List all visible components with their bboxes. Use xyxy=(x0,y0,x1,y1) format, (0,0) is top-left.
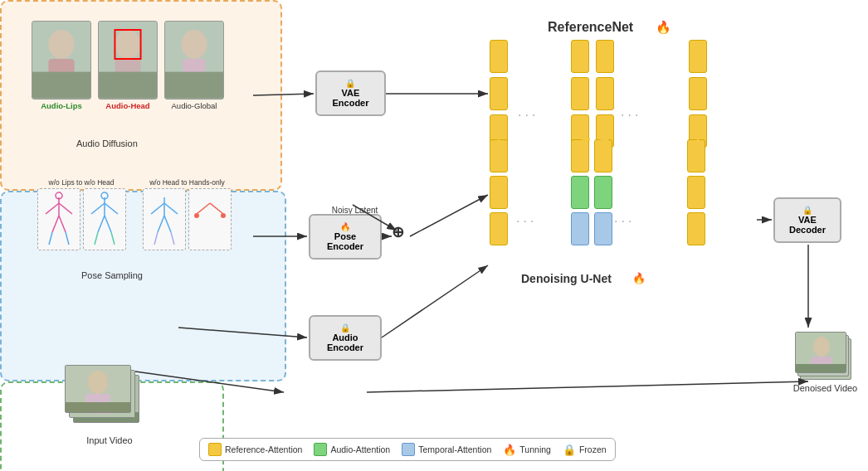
svg-point-69 xyxy=(813,337,830,357)
svg-point-38 xyxy=(194,213,199,218)
legend-yellow-box xyxy=(208,443,222,456)
svg-point-39 xyxy=(221,213,226,218)
denoise-dots-1: ··· xyxy=(516,214,537,229)
legend-audio-label: Audio-Attention xyxy=(330,444,390,454)
audio-encoder-box: 🔒 AudioEncoder xyxy=(309,315,382,361)
ref-col-left xyxy=(490,40,508,148)
svg-line-15 xyxy=(59,203,72,214)
svg-line-33 xyxy=(164,216,171,232)
vae-encoder-label: VAEEncoder xyxy=(332,88,368,108)
svg-point-65 xyxy=(88,371,108,394)
legend-green-box xyxy=(314,443,327,456)
svg-line-27 xyxy=(111,232,115,245)
svg-line-16 xyxy=(52,216,59,232)
svg-rect-67 xyxy=(66,402,130,412)
vae-decoder-box: 🔒 VAEDecoder xyxy=(773,197,841,243)
svg-line-22 xyxy=(91,203,105,214)
svg-rect-3 xyxy=(32,72,90,99)
denoised-video-group xyxy=(795,332,853,381)
svg-line-24 xyxy=(98,216,105,232)
legend-temporal-attention: Temporal-Attention xyxy=(402,443,491,456)
svg-line-25 xyxy=(105,216,111,232)
referencenet-label: ReferenceNet xyxy=(548,20,633,35)
lock-icon: 🔒 xyxy=(563,444,576,456)
face-label-head: Audio-Head xyxy=(105,101,149,110)
flame-icon: 🔥 xyxy=(503,444,516,456)
pose-encoder-label: PoseEncoder xyxy=(327,231,363,251)
vae-encoder-box: 🔒 VAEEncoder xyxy=(315,70,386,116)
input-video-group xyxy=(65,365,139,431)
svg-point-1 xyxy=(48,30,74,59)
svg-line-32 xyxy=(158,216,164,232)
face-label-global: Audio-Global xyxy=(172,101,217,110)
svg-point-5 xyxy=(115,30,140,59)
svg-rect-71 xyxy=(796,364,846,373)
input-video-label: Input Video xyxy=(76,435,143,445)
ref-dots-1: ··· xyxy=(518,108,539,123)
audio-diffusion-label: Audio Diffusion xyxy=(76,138,138,148)
svg-line-23 xyxy=(105,203,118,214)
ref-dots-2: ··· xyxy=(621,108,641,123)
denoised-video-label: Denoised Video xyxy=(790,383,861,393)
diagram: ReferenceNet 🔥 Denoising U-Net 🔥 Audio D… xyxy=(0,0,868,471)
pose-label-2: w/o Head to Hands-only xyxy=(139,178,235,187)
pose-images-group: w/o Lips to w/o Head xyxy=(32,178,235,250)
denoise-col-mid xyxy=(571,139,612,245)
svg-line-19 xyxy=(66,232,69,245)
legend-audio-attention: Audio-Attention xyxy=(314,443,390,456)
denoising-label: Denoising U-Net xyxy=(521,272,612,285)
svg-line-35 xyxy=(171,232,174,245)
ref-col-mid xyxy=(571,40,614,148)
svg-rect-7 xyxy=(99,72,157,99)
pose-label-1: w/o Lips to w/o Head xyxy=(32,178,131,187)
denoising-flame: 🔥 xyxy=(632,272,646,284)
svg-rect-12 xyxy=(165,72,223,99)
svg-line-37 xyxy=(210,203,223,214)
svg-line-79 xyxy=(410,195,488,236)
svg-line-36 xyxy=(197,203,210,214)
ref-col-right xyxy=(689,40,707,148)
legend-frozen: 🔒 Frozen xyxy=(563,444,607,456)
svg-line-14 xyxy=(46,203,59,214)
legend-tuning: 🔥 Tunning xyxy=(503,444,551,456)
legend: Reference-Attention Audio-Attention Temp… xyxy=(199,438,616,461)
pose-encoder-box: 🔥 PoseEncoder xyxy=(309,214,382,260)
svg-line-31 xyxy=(164,203,178,214)
plus-sign: ⊕ xyxy=(392,223,404,241)
denoise-col-right xyxy=(687,139,705,245)
svg-point-10 xyxy=(181,30,207,59)
svg-line-81 xyxy=(382,265,488,337)
legend-temporal-label: Temporal-Attention xyxy=(418,444,491,454)
legend-blue-box xyxy=(402,443,415,456)
svg-line-18 xyxy=(49,232,52,245)
legend-reference-attention: Reference-Attention xyxy=(208,443,302,456)
vae-decoder-label: VAEDecoder xyxy=(789,215,826,235)
svg-line-30 xyxy=(151,203,164,214)
svg-line-34 xyxy=(154,232,158,245)
svg-line-26 xyxy=(95,232,98,245)
denoise-col-left xyxy=(490,139,508,245)
audio-encoder-label: AudioEncoder xyxy=(327,333,363,352)
denoise-dots-2: ··· xyxy=(614,214,635,229)
face-images-group: Audio-Lips Audio-Head xyxy=(32,21,224,110)
pose-sampling-label: Pose Sampling xyxy=(81,270,143,280)
svg-line-17 xyxy=(59,216,66,232)
legend-tuning-label: Tunning xyxy=(519,444,551,454)
referencenet-flame: 🔥 xyxy=(656,20,671,35)
legend-reference-label: Reference-Attention xyxy=(225,444,302,454)
legend-frozen-label: Frozen xyxy=(579,444,607,454)
face-label-lips: Audio-Lips xyxy=(41,101,82,110)
svg-line-86 xyxy=(367,381,808,392)
